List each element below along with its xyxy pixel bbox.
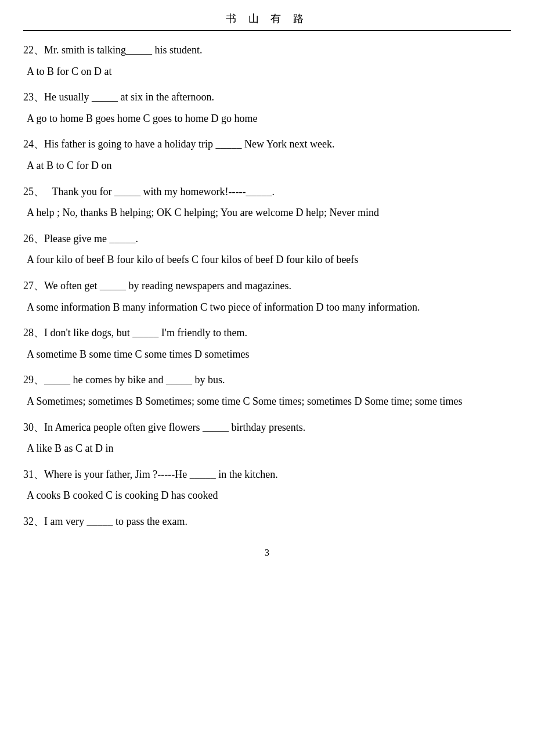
question-number-32: 32、 — [23, 516, 44, 527]
question-stem-32: I am very _____ to pass the exam. — [44, 516, 187, 527]
question-text-27: 27、We often get _____ by reading newspap… — [23, 277, 511, 295]
question-block-25: 25、 Thank you for _____ with my homework… — [23, 183, 511, 222]
question-options-22: A to B for C on D at — [27, 63, 511, 81]
questions-container: 22、Mr. smith is talking_____ his student… — [23, 41, 511, 530]
question-stem-26: Please give me _____. — [44, 233, 138, 244]
question-stem-30: In America people often give flowers ___… — [44, 422, 305, 433]
question-block-24: 24、His father is going to have a holiday… — [23, 135, 511, 174]
question-block-32: 32、I am very _____ to pass the exam. — [23, 513, 511, 531]
question-options-27: A some information B many information C … — [27, 298, 511, 316]
question-number-23: 23、 — [23, 91, 44, 103]
question-block-23: 23、He usually _____ at six in the aftern… — [23, 88, 511, 127]
question-text-25: 25、 Thank you for _____ with my homework… — [23, 183, 511, 201]
page-header: 书 山 有 路 — [23, 12, 511, 31]
question-options-26: A four kilo of beef B four kilo of beefs… — [27, 251, 511, 269]
question-options-25: A help ; No, thanks B helping; OK C help… — [27, 204, 511, 222]
page-number: 3 — [23, 548, 511, 558]
question-text-26: 26、Please give me _____. — [23, 230, 511, 248]
question-block-27: 27、We often get _____ by reading newspap… — [23, 277, 511, 316]
question-stem-23: He usually _____ at six in the afternoon… — [44, 91, 214, 103]
question-number-22: 22、 — [23, 44, 44, 56]
question-stem-29: _____ he comes by bike and _____ by bus. — [44, 374, 225, 386]
question-stem-31: Where is your father, Jim ?-----He _____… — [44, 469, 278, 480]
question-stem-24: His father is going to have a holiday tr… — [44, 138, 334, 150]
question-number-24: 24、 — [23, 138, 44, 150]
question-block-31: 31、Where is your father, Jim ?-----He __… — [23, 466, 511, 505]
question-text-30: 30、In America people often give flowers … — [23, 419, 511, 437]
question-text-24: 24、His father is going to have a holiday… — [23, 135, 511, 153]
question-stem-25: Thank you for _____ with my homework!---… — [44, 186, 275, 197]
question-text-29: 29、_____ he comes by bike and _____ by b… — [23, 371, 511, 389]
question-number-31: 31、 — [23, 469, 44, 480]
question-number-28: 28、 — [23, 327, 44, 339]
question-block-29: 29、_____ he comes by bike and _____ by b… — [23, 371, 511, 410]
question-stem-28: I don't like dogs, but _____ I'm friendl… — [44, 327, 247, 339]
question-stem-27: We often get _____ by reading newspapers… — [44, 280, 291, 291]
question-block-26: 26、Please give me _____.A four kilo of b… — [23, 230, 511, 269]
question-text-32: 32、I am very _____ to pass the exam. — [23, 513, 511, 531]
question-text-28: 28、I don't like dogs, but _____ I'm frie… — [23, 324, 511, 342]
question-options-24: A at B to C for D on — [27, 157, 511, 175]
question-stem-22: Mr. smith is talking_____ his student. — [44, 44, 203, 56]
question-number-30: 30、 — [23, 422, 44, 433]
question-options-30: A like B as C at D in — [27, 440, 511, 458]
question-number-29: 29、 — [23, 374, 44, 386]
question-options-29: A Sometimes; sometimes B Sometimes; some… — [27, 393, 511, 411]
question-text-22: 22、Mr. smith is talking_____ his student… — [23, 41, 511, 59]
header-title: 书 山 有 路 — [226, 13, 308, 24]
question-block-30: 30、In America people often give flowers … — [23, 419, 511, 458]
question-text-23: 23、He usually _____ at six in the aftern… — [23, 88, 511, 106]
question-number-26: 26、 — [23, 233, 44, 244]
question-options-28: A sometime B some time C some times D so… — [27, 345, 511, 363]
question-number-27: 27、 — [23, 280, 44, 291]
question-block-28: 28、I don't like dogs, but _____ I'm frie… — [23, 324, 511, 363]
question-options-23: A go to home B goes home C goes to home … — [27, 110, 511, 128]
question-number-25: 25、 — [23, 186, 44, 197]
question-text-31: 31、Where is your father, Jim ?-----He __… — [23, 466, 511, 484]
question-options-31: A cooks B cooked C is cooking D has cook… — [27, 487, 511, 505]
question-block-22: 22、Mr. smith is talking_____ his student… — [23, 41, 511, 80]
